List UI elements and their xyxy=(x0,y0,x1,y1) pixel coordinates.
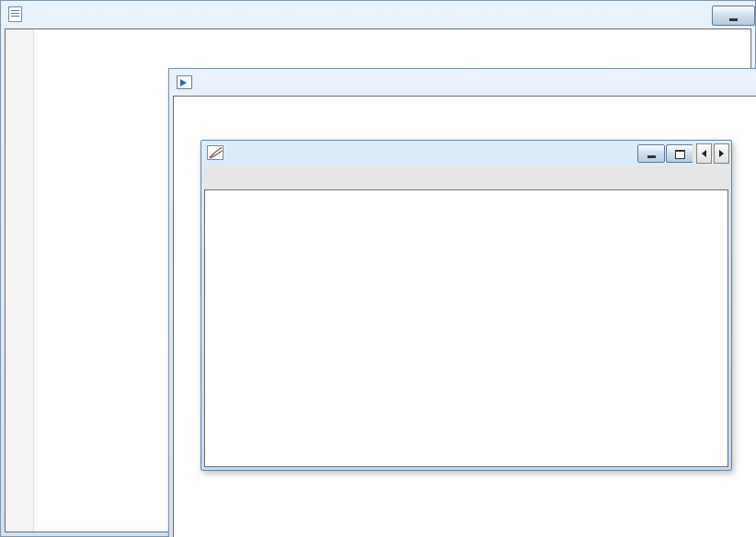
arrow-left-icon xyxy=(702,150,706,157)
script-document-icon xyxy=(8,6,22,22)
graph-tab-bar xyxy=(204,166,728,189)
arrow-right-icon xyxy=(719,150,724,157)
active-script-titlebar[interactable] xyxy=(1,1,755,27)
restore-icon xyxy=(675,150,685,159)
graph-restore-button[interactable] xyxy=(666,144,693,163)
minimize-button[interactable] xyxy=(712,6,755,26)
graph-titlebar[interactable] xyxy=(201,141,731,165)
minimize-icon xyxy=(647,155,656,158)
equity-chart-area xyxy=(204,189,728,467)
editor-gutter xyxy=(6,29,34,531)
script-code xyxy=(6,29,750,47)
minimize-icon xyxy=(729,18,738,21)
daily-stats-graph-window xyxy=(200,140,732,471)
graph-minimize-button[interactable] xyxy=(637,144,665,163)
chart-icon xyxy=(207,145,223,160)
results-icon xyxy=(177,75,192,89)
results-titlebar[interactable] xyxy=(169,69,756,95)
tab-scroll-right-button[interactable] xyxy=(714,143,729,164)
equity-chart[interactable] xyxy=(205,190,728,467)
tab-scroll-left-button[interactable] xyxy=(696,143,712,164)
tab-scroll-arrows xyxy=(693,143,729,164)
